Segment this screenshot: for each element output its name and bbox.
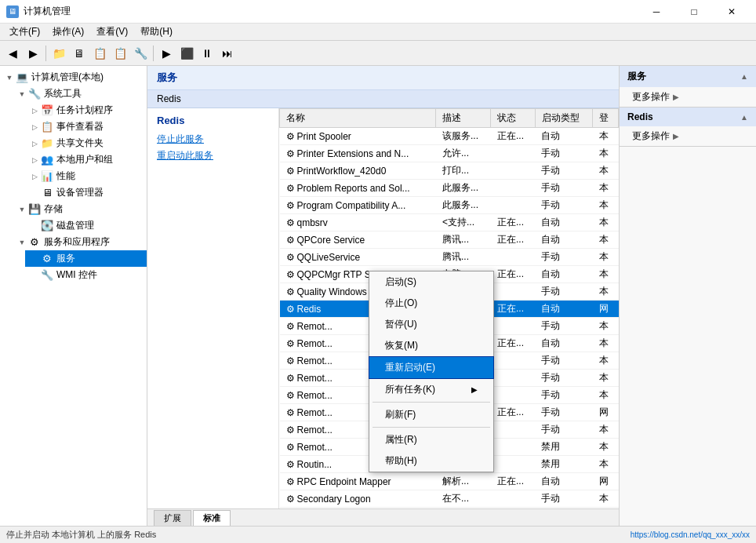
minimize-button[interactable]: ─ bbox=[638, 0, 674, 24]
expand-storage[interactable]: ▼ bbox=[16, 206, 28, 213]
expand-event[interactable]: ▷ bbox=[28, 123, 41, 131]
tree-item-local-users[interactable]: ▷ 👥 本地用户和组 bbox=[25, 151, 147, 168]
expand-root[interactable]: ▼ bbox=[3, 74, 16, 82]
table-row[interactable]: ⚙Print Spooler 该服务... 正在... 自动 本 bbox=[280, 128, 619, 145]
ctx-label: 刷新(F) bbox=[385, 408, 416, 421]
cell-start: 手动 bbox=[535, 249, 592, 266]
ctx-label: 重新启动(E) bbox=[385, 361, 435, 374]
stop-link-text: 停止此服务 bbox=[157, 133, 204, 144]
actions-more-redis[interactable]: 更多操作 ▶ bbox=[620, 126, 756, 146]
play-button[interactable]: ▶ bbox=[157, 44, 176, 63]
actions-services-label: 服务 bbox=[627, 70, 646, 83]
table-row[interactable]: ⚙Secure Socket Tunneling ... 提供... 正在...… bbox=[280, 508, 619, 509]
maximize-button[interactable]: □ bbox=[676, 0, 712, 24]
ctx-item-2[interactable]: 暂停(U) bbox=[369, 314, 493, 335]
expand-perf[interactable]: ▷ bbox=[28, 173, 41, 180]
cell-status bbox=[491, 197, 535, 214]
service-row-icon: ⚙ bbox=[286, 200, 295, 211]
tree-item-disk[interactable]: 💽 磁盘管理 bbox=[25, 217, 147, 234]
table-row[interactable]: ⚙Printer Extensions and N... 允许... 手动 本 bbox=[280, 145, 619, 162]
close-button[interactable]: ✕ bbox=[714, 0, 750, 24]
table-row[interactable]: ⚙Secondary Logon 在不... 手动 本 bbox=[280, 490, 619, 508]
ctx-item-7[interactable]: 属性(R) bbox=[369, 429, 493, 450]
tree-item-services[interactable]: ⚙ 服务 bbox=[25, 250, 147, 267]
actions-more-services[interactable]: 更多操作 ▶ bbox=[620, 87, 756, 107]
tree-item-system-tools[interactable]: ▼ 🔧 系统工具 bbox=[13, 86, 147, 102]
tree-item-storage[interactable]: ▼ 💾 存储 bbox=[13, 201, 147, 217]
cell-login: 本 bbox=[593, 335, 619, 352]
cell-start: 自动 bbox=[535, 214, 592, 231]
expand-system-tools[interactable]: ▼ bbox=[16, 90, 28, 98]
ctx-item-6[interactable]: 刷新(F) bbox=[369, 404, 493, 425]
forward-button[interactable]: ▶ bbox=[24, 44, 42, 63]
cell-desc: 打印... bbox=[436, 162, 491, 180]
service-row-icon: ⚙ bbox=[286, 235, 295, 246]
tab-extended[interactable]: 扩展 bbox=[154, 510, 191, 526]
table-row[interactable]: ⚙qmbsrv <支持... 正在... 自动 本 bbox=[280, 214, 619, 231]
menu-help[interactable]: 帮助(H) bbox=[134, 24, 179, 40]
expand-users[interactable]: ▷ bbox=[28, 156, 41, 164]
toolbar-btn-1[interactable]: 📁 bbox=[49, 44, 68, 63]
restart-service-link[interactable]: 重启动此服务 bbox=[157, 149, 269, 162]
table-row[interactable]: ⚙PrintWorkflow_420d0 打印... 手动 本 bbox=[280, 162, 619, 180]
col-start[interactable]: 启动类型 bbox=[535, 109, 592, 128]
col-desc[interactable]: 描述 bbox=[436, 109, 491, 128]
storage-icon: 💾 bbox=[28, 203, 41, 216]
menu-action[interactable]: 操作(A) bbox=[46, 24, 90, 40]
table-row[interactable]: ⚙QQLiveService 腾讯... 手动 本 bbox=[280, 249, 619, 266]
cell-start: 手动 bbox=[535, 421, 592, 439]
ctx-item-3[interactable]: 恢复(M) bbox=[369, 335, 493, 356]
cell-status bbox=[491, 180, 535, 197]
ctx-label: 恢复(M) bbox=[385, 339, 418, 352]
tree-item-scheduler[interactable]: ▷ 📅 任务计划程序 bbox=[25, 102, 147, 118]
tree-label-services: 服务 bbox=[56, 252, 75, 265]
ctx-item-0[interactable]: 启动(S) bbox=[369, 272, 493, 293]
cell-name: ⚙qmbsrv bbox=[280, 214, 436, 231]
cell-desc: 允许... bbox=[436, 145, 491, 162]
pause-button[interactable]: ⏸ bbox=[198, 44, 216, 63]
toolbar-btn-3[interactable]: 📋 bbox=[90, 44, 109, 63]
toolbar-btn-5[interactable]: 🔧 bbox=[131, 44, 150, 63]
ctx-item-1[interactable]: 停止(O) bbox=[369, 293, 493, 314]
col-login[interactable]: 登 bbox=[593, 109, 619, 128]
tree-item-wmi[interactable]: 🔧 WMI 控件 bbox=[25, 267, 147, 283]
col-name[interactable]: 名称 bbox=[280, 109, 436, 128]
toolbar-btn-2[interactable]: 🖥 bbox=[70, 44, 89, 63]
actions-redis-label: Redis bbox=[627, 111, 653, 122]
skip-button[interactable]: ⏭ bbox=[218, 44, 237, 63]
table-row[interactable]: ⚙RPC Endpoint Mapper 解析... 正在... 自动 网 bbox=[280, 473, 619, 490]
table-row[interactable]: ⚙QPCore Service 腾讯... 正在... 自动 本 bbox=[280, 231, 619, 249]
expand-scheduler[interactable]: ▷ bbox=[28, 107, 41, 115]
expand-shared[interactable]: ▷ bbox=[28, 140, 41, 148]
tab-standard[interactable]: 标准 bbox=[193, 510, 231, 526]
col-status[interactable]: 状态 bbox=[491, 109, 535, 128]
ctx-item-5[interactable]: 所有任务(K)▶ bbox=[369, 379, 493, 400]
stop-service-link[interactable]: 停止此服务 bbox=[157, 133, 269, 146]
back-button[interactable]: ◀ bbox=[3, 44, 22, 63]
tree-item-shared-folders[interactable]: ▷ 📁 共享文件夹 bbox=[25, 135, 147, 151]
table-row[interactable]: ⚙Program Compatibility A... 此服务... 手动 本 bbox=[280, 197, 619, 214]
collapse-services-icon[interactable]: ▲ bbox=[740, 72, 748, 81]
tree-item-root[interactable]: ▼ 💻 计算机管理(本地) bbox=[0, 69, 147, 86]
table-header: 名称 描述 状态 启动类型 登 bbox=[280, 109, 619, 128]
tree-item-performance[interactable]: ▷ 📊 性能 bbox=[25, 168, 147, 184]
scheduler-icon: 📅 bbox=[41, 104, 53, 117]
ctx-item-8[interactable]: 帮助(H) bbox=[369, 450, 493, 472]
status-bar: 停止并启动 本地计算机 上的服务 Redis https://blog.csdn… bbox=[0, 526, 756, 543]
tree-item-event-viewer[interactable]: ▷ 📋 事件查看器 bbox=[25, 118, 147, 135]
collapse-redis-icon[interactable]: ▲ bbox=[740, 113, 748, 122]
cell-login: 本 bbox=[593, 439, 619, 456]
tree-item-services-apps[interactable]: ▼ ⚙ 服务和应用程序 bbox=[13, 234, 147, 250]
ctx-item-4[interactable]: 重新启动(E) bbox=[369, 356, 494, 379]
cell-start: 手动 bbox=[535, 197, 592, 214]
tree-item-device-manager[interactable]: 🖥 设备管理器 bbox=[25, 184, 147, 201]
menu-view[interactable]: 查看(V) bbox=[90, 24, 134, 40]
services-header: 服务 bbox=[147, 66, 619, 90]
toolbar-btn-4[interactable]: 📋 bbox=[111, 44, 129, 63]
expand-svc-apps[interactable]: ▼ bbox=[16, 239, 28, 246]
stop-button[interactable]: ⬛ bbox=[177, 44, 196, 63]
tab-bar: 扩展 标准 bbox=[147, 508, 619, 526]
table-row[interactable]: ⚙Problem Reports and Sol... 此服务... 手动 本 bbox=[280, 180, 619, 197]
menu-file[interactable]: 文件(F) bbox=[3, 24, 46, 40]
tree-label-perf: 性能 bbox=[56, 169, 75, 183]
